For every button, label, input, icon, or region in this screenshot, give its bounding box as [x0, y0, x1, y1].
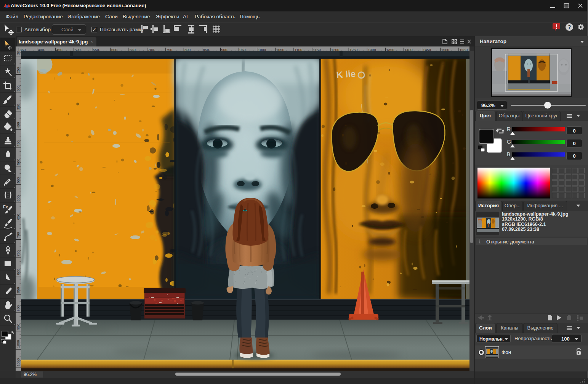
- svg-text:350: 350: [19, 48, 26, 51]
- svg-text:550: 550: [93, 48, 99, 51]
- svg-text:800: 800: [184, 48, 191, 51]
- svg-text:350: 350: [16, 104, 20, 110]
- svg-text:1050: 1050: [16, 358, 20, 366]
- svg-text:1200: 1200: [331, 48, 339, 51]
- svg-text:1500: 1500: [441, 48, 449, 51]
- svg-text:900: 900: [221, 48, 228, 51]
- svg-text:750: 750: [166, 48, 172, 51]
- svg-text:750: 750: [16, 250, 20, 256]
- svg-text:450: 450: [56, 48, 62, 51]
- svg-text:1000: 1000: [258, 48, 266, 51]
- svg-text:200: 200: [16, 51, 20, 55]
- svg-text:500: 500: [16, 159, 20, 165]
- svg-text:K lie: K lie: [336, 69, 356, 80]
- svg-text:500: 500: [75, 48, 81, 51]
- svg-text:300: 300: [16, 85, 20, 91]
- svg-text:700: 700: [16, 232, 20, 238]
- svg-text:1050: 1050: [276, 48, 284, 51]
- svg-text:600: 600: [16, 195, 20, 202]
- svg-text:1550: 1550: [460, 48, 468, 51]
- svg-text:950: 950: [16, 324, 20, 330]
- svg-text:700: 700: [148, 48, 154, 51]
- svg-text:950: 950: [240, 48, 246, 51]
- svg-text:800: 800: [16, 269, 20, 275]
- svg-text:850: 850: [16, 287, 20, 293]
- svg-text:550: 550: [16, 177, 20, 183]
- svg-text:450: 450: [16, 141, 20, 147]
- svg-text:1300: 1300: [368, 48, 376, 51]
- svg-text:850: 850: [203, 48, 209, 51]
- svg-text:1150: 1150: [313, 48, 320, 51]
- svg-text:Fx: Fx: [3, 205, 8, 209]
- svg-text:650: 650: [130, 48, 136, 51]
- svg-text:900: 900: [16, 306, 20, 312]
- svg-text:400: 400: [38, 48, 44, 51]
- svg-text:650: 650: [16, 214, 20, 220]
- svg-text:1450: 1450: [423, 48, 431, 51]
- svg-text:600: 600: [111, 48, 117, 51]
- svg-text:1100: 1100: [295, 48, 302, 51]
- svg-text:250: 250: [16, 67, 20, 73]
- svg-text:1350: 1350: [386, 48, 394, 51]
- svg-text:?: ?: [568, 24, 571, 30]
- svg-text:1000: 1000: [16, 340, 20, 348]
- svg-text:1250: 1250: [349, 48, 357, 51]
- svg-text:1400: 1400: [405, 48, 413, 51]
- svg-text:400: 400: [16, 122, 20, 128]
